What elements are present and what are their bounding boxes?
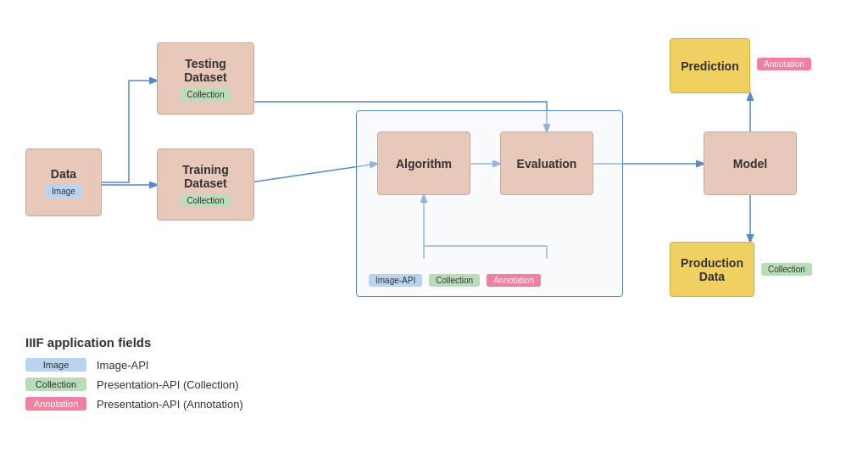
inner-badge-annotation: Annotation [487, 274, 541, 287]
legend-item-image: Image Image-API [25, 358, 364, 372]
model-node: Model [704, 131, 797, 195]
testing-dataset-badge: Collection [181, 88, 231, 101]
legend-area: IIIF application fields Image Image-API … [25, 335, 364, 417]
algorithm-label: Algorithm [396, 157, 452, 171]
testing-dataset-node: Testing Dataset Collection [157, 42, 254, 115]
algorithm-node: Algorithm [377, 131, 470, 195]
inner-badge-collection: Collection [429, 274, 480, 287]
legend-badge-image: Image [25, 358, 86, 372]
evaluation-label: Evaluation [517, 157, 577, 171]
legend-item-annotation: Annotation Presentation-API (Annotation) [25, 397, 364, 411]
legend-item-collection: Collection Presentation-API (Collection) [25, 378, 364, 391]
legend-title: IIIF application fields [25, 335, 364, 350]
prediction-annotation-badge: Annotation [757, 58, 811, 70]
legend-text-image: Image-API [97, 359, 148, 372]
legend-badge-annotation: Annotation [25, 397, 86, 411]
evaluation-node: Evaluation [500, 131, 593, 195]
training-dataset-label: Training Dataset [182, 163, 228, 190]
data-node: Data Image [25, 148, 102, 216]
legend-text-collection: Presentation-API (Collection) [97, 378, 239, 391]
legend-text-annotation: Presentation-API (Annotation) [97, 398, 243, 411]
diagram-area: Data Image Testing Dataset Collection Tr… [0, 0, 868, 331]
training-dataset-badge: Collection [181, 194, 231, 207]
prediction-node: Prediction [670, 38, 750, 93]
legend-badge-collection: Collection [25, 378, 86, 391]
model-label: Model [733, 157, 767, 171]
inner-badge-image-api: Image-API [369, 274, 422, 287]
inner-badges-row: Image-API Collection Annotation [369, 270, 541, 287]
data-node-badge: Image [45, 185, 82, 198]
training-dataset-node: Training Dataset Collection [157, 148, 254, 221]
testing-dataset-label: Testing Dataset [184, 57, 227, 84]
production-data-collection-badge: Collection [761, 263, 812, 276]
prediction-label: Prediction [681, 59, 738, 73]
production-data-node: Production Data [670, 242, 754, 297]
production-data-label: Production Data [681, 256, 743, 283]
data-node-label: Data [51, 167, 76, 181]
